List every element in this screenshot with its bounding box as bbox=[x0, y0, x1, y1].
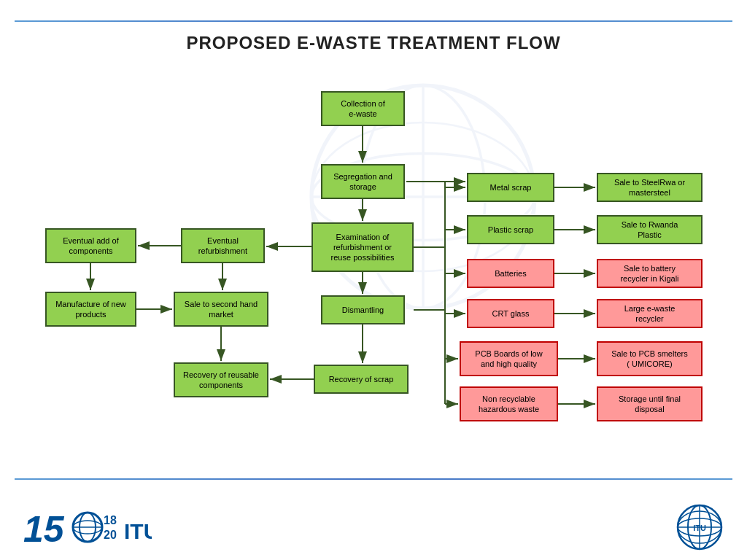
itu-text-logo: ITU bbox=[123, 504, 152, 551]
sale-second-hand-box: Sale to second handmarket bbox=[174, 292, 268, 327]
footer: 15 1865 2015 ITU ITU bbox=[22, 502, 725, 553]
examination-box: Examination ofrefurbishment orreuse poss… bbox=[311, 222, 414, 272]
metal-scrap-box: Metal scrap bbox=[467, 173, 554, 202]
non-recyclable-box: Non recyclablehazardous waste bbox=[460, 386, 558, 421]
dismantling-box: Dismantling bbox=[321, 295, 405, 324]
page-title: PROPOSED E-WASTE TREATMENT FLOW bbox=[0, 33, 747, 53]
itu-globe-right: ITU bbox=[674, 502, 725, 553]
recovery-scrap-box: Recovery of scrap bbox=[314, 365, 409, 394]
manufacture-box: Manufacture of newproducts bbox=[45, 292, 136, 327]
large-ewaste-box: Large e-wasterecycler bbox=[597, 299, 703, 328]
collection-box: Collection ofe-waste bbox=[321, 91, 405, 126]
sale-pcb-box: Sale to PCB smelters( UMICORE) bbox=[597, 341, 703, 376]
svg-text:1865: 1865 bbox=[104, 514, 117, 526]
top-line bbox=[15, 20, 732, 22]
sale-battery-box: Sale to batteryrecycler in Kigali bbox=[597, 259, 703, 288]
pcb-boards-box: PCB Boards of lowand high quality bbox=[460, 341, 558, 376]
recovery-components-box: Recovery of reusablecomponents bbox=[174, 362, 268, 397]
segregation-box: Segregation andstorage bbox=[321, 164, 405, 199]
storage-disposal-box: Storage until finaldisposal bbox=[597, 386, 703, 421]
svg-text:ITU: ITU bbox=[693, 524, 706, 532]
eventual-add-box: Eventual add ofcomponents bbox=[45, 228, 136, 263]
itu-logo-left: 15 1865 2015 ITU bbox=[22, 504, 152, 551]
svg-text:15: 15 bbox=[23, 509, 65, 550]
svg-text:ITU: ITU bbox=[124, 519, 152, 543]
plastic-scrap-box: Plastic scrap bbox=[467, 215, 554, 244]
crt-glass-box: CRT glass bbox=[467, 299, 554, 328]
itu-150-logo: 15 1865 2015 bbox=[22, 504, 117, 551]
eventual-refurb-box: Eventualrefurbishment bbox=[181, 228, 265, 263]
sale-steelrwa-box: Sale to SteelRwa ormastersteel bbox=[597, 173, 703, 202]
bottom-line bbox=[15, 478, 732, 480]
svg-text:2015: 2015 bbox=[104, 529, 117, 541]
sale-rwanda-box: Sale to RwandaPlastic bbox=[597, 215, 703, 244]
batteries-box: Batteries bbox=[467, 259, 554, 288]
